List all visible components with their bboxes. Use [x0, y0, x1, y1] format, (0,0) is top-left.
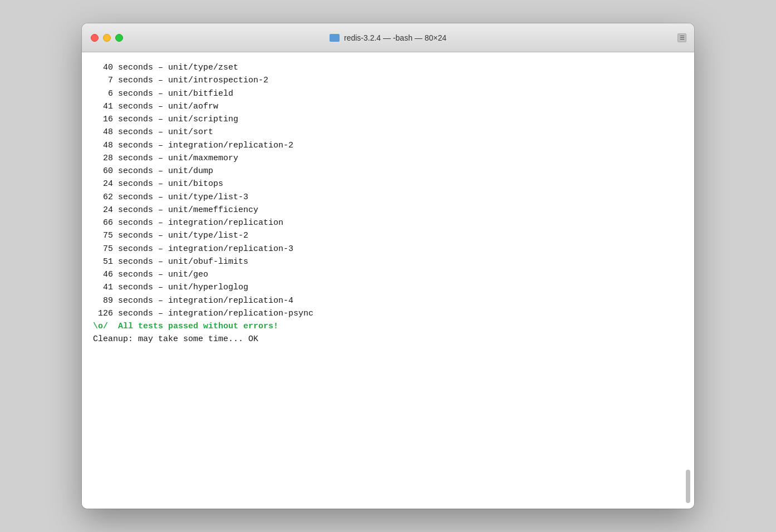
traffic-lights: [91, 34, 123, 42]
close-button[interactable]: [91, 34, 99, 42]
terminal-line: 75 seconds – integration/replication-3: [93, 243, 683, 255]
terminal-line: 16 seconds – unit/scripting: [93, 113, 683, 126]
terminal-line: 41 seconds – unit/hyperloglog: [93, 281, 683, 294]
terminal-line: 75 seconds – unit/type/list-2: [93, 229, 683, 242]
minimize-button[interactable]: [103, 34, 111, 42]
scroll-to-top-button[interactable]: ☰: [677, 33, 686, 42]
terminal-line: 51 seconds – unit/obuf-limits: [93, 255, 683, 268]
terminal-line: 40 seconds – unit/type/zset: [93, 61, 683, 74]
window-title: redis-3.2.4 — -bash — 80×24: [344, 33, 446, 42]
terminal-line: Cleanup: may take some time... OK: [93, 333, 683, 346]
terminal-line: 24 seconds – unit/bitops: [93, 178, 683, 190]
titlebar: redis-3.2.4 — -bash — 80×24 ☰: [82, 23, 694, 52]
terminal-line: 6 seconds – unit/bitfield: [93, 87, 683, 100]
scrollbar-track[interactable]: [684, 58, 692, 503]
terminal-icon: [330, 34, 340, 42]
terminal-line: 7 seconds – unit/introspection-2: [93, 74, 683, 87]
terminal-line: 62 seconds – unit/type/list-3: [93, 191, 683, 204]
terminal-body[interactable]: 40 seconds – unit/type/zset 7 seconds – …: [82, 52, 694, 509]
terminal-line: 28 seconds – unit/maxmemory: [93, 152, 683, 165]
terminal-line: 89 seconds – integration/replication-4: [93, 294, 683, 307]
terminal-line: 60 seconds – unit/dump: [93, 165, 683, 178]
terminal-line: \o/ All tests passed without errors!: [93, 320, 683, 333]
terminal-line: 46 seconds – unit/geo: [93, 268, 683, 281]
terminal-line: 24 seconds – unit/memefficiency: [93, 204, 683, 216]
terminal-line: 126 seconds – integration/replication-ps…: [93, 307, 683, 320]
terminal-line: 48 seconds – unit/sort: [93, 126, 683, 139]
scrollbar-thumb[interactable]: [686, 470, 690, 503]
terminal-line: 66 seconds – integration/replication: [93, 216, 683, 229]
terminal-window: redis-3.2.4 — -bash — 80×24 ☰ 40 seconds…: [82, 23, 694, 509]
terminal-line: 48 seconds – integration/replication-2: [93, 139, 683, 152]
maximize-button[interactable]: [115, 34, 123, 42]
terminal-output: 40 seconds – unit/type/zset 7 seconds – …: [93, 61, 683, 346]
terminal-line: 41 seconds – unit/aofrw: [93, 100, 683, 113]
title-area: redis-3.2.4 — -bash — 80×24: [330, 33, 446, 42]
